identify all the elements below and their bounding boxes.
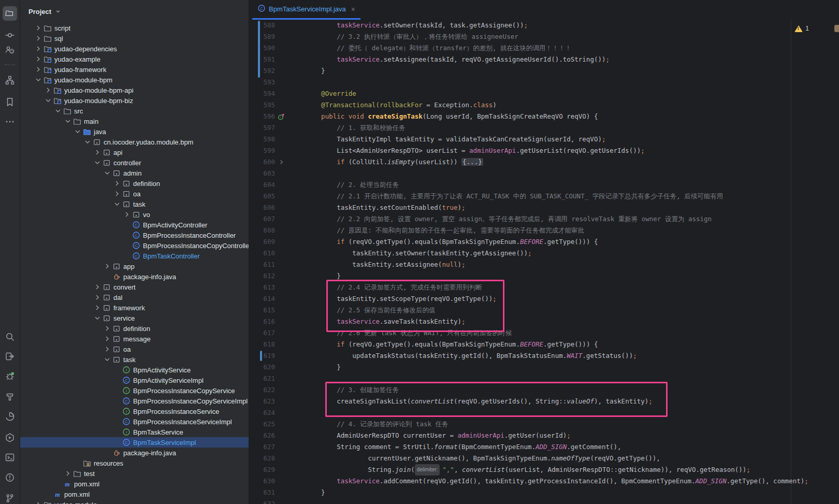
git-icon[interactable] <box>3 491 17 504</box>
chevron-right-icon[interactable] <box>34 24 42 32</box>
line-number[interactable]: 608 <box>249 225 275 236</box>
line-number[interactable]: 604 <box>249 179 275 191</box>
tree-item-script[interactable]: script <box>20 23 249 33</box>
code-line[interactable]: 620 } <box>249 362 839 373</box>
chevron-right-icon[interactable] <box>103 335 111 343</box>
chevron-right-icon[interactable] <box>34 34 42 42</box>
tree-item-bpmactivitycontroller[interactable]: CBpmActivityController <box>20 220 249 230</box>
tree-item-yudao-dependencies[interactable]: yudao-dependencies <box>20 44 249 54</box>
tree-item-admin[interactable]: admin <box>20 168 249 178</box>
line-number[interactable]: 611 <box>249 259 275 270</box>
tree-item-app[interactable]: app <box>20 261 249 271</box>
tree-item-yudao-module-[interactable]: yudao-module-… <box>20 499 249 504</box>
line-number[interactable]: 620 <box>249 362 275 373</box>
code-line[interactable]: 625 // 4. 记录加签的评论到 task 任务 <box>249 419 839 430</box>
tree-item-pom-xml[interactable]: mpom.xml <box>20 489 249 499</box>
chevron-right-icon[interactable] <box>103 324 111 333</box>
chevron-right-icon[interactable] <box>34 55 42 63</box>
code-line[interactable]: 596I public void createSignTask(Long use… <box>249 111 839 122</box>
line-number[interactable]: 594 <box>249 88 275 99</box>
fold-collapsed-icon[interactable] <box>275 156 287 168</box>
tree-item-oa[interactable]: oa <box>20 189 249 199</box>
chevron-right-icon[interactable] <box>63 469 72 478</box>
code-line[interactable]: 609 if (reqVO.getType().equals(BpmTaskSi… <box>249 236 839 248</box>
code-line[interactable]: 593 <box>249 77 839 88</box>
line-number[interactable]: 619 <box>249 350 275 362</box>
code-line[interactable]: 632 <box>249 498 839 504</box>
tree-item-src[interactable]: src <box>20 106 249 116</box>
tree-item-package-info-java[interactable]: package-info.java <box>20 448 249 458</box>
tree-item-message[interactable]: message <box>20 334 249 344</box>
code-with-me-icon[interactable]: ? <box>3 42 17 57</box>
tree-item-main[interactable]: main <box>20 116 249 126</box>
tree-item-framework[interactable]: framework <box>20 303 249 313</box>
code-line[interactable]: 624 <box>249 407 839 419</box>
code-line[interactable]: 591 taskService.setAssignee(taskId, reqV… <box>249 54 839 65</box>
profiler-icon[interactable] <box>3 409 17 424</box>
tree-item-yudao-example[interactable]: yudao-example <box>20 54 249 64</box>
code-line[interactable]: 614 taskEntity.setScopeType(reqVO.getTyp… <box>249 293 839 305</box>
line-number[interactable]: 596 <box>249 111 275 122</box>
code-line[interactable]: 588 taskService.setOwner(taskId, task.ge… <box>249 20 839 31</box>
chevron-down-icon[interactable] <box>53 107 62 115</box>
chevron-down-icon[interactable] <box>103 355 111 364</box>
line-number[interactable]: 588 <box>249 20 275 31</box>
tree-item-bpmprocessinstanceserviceimpl[interactable]: CBpmProcessInstanceServiceImpl <box>20 416 249 427</box>
code-line[interactable]: 605 // 2.1 开启计数功能, 主要用于为了让表 ACT_RU_TASK … <box>249 191 839 202</box>
code-line[interactable]: 613 // 2.4 记录加签方式, 完成任务时需要用到判断 <box>249 282 839 293</box>
line-number[interactable]: 610 <box>249 248 275 259</box>
editor-area[interactable]: C BpmTaskServiceImpl.java × 588 taskServ… <box>249 0 839 504</box>
project-folder-icon[interactable] <box>3 6 17 21</box>
line-number[interactable]: 598 <box>249 134 275 145</box>
line-number[interactable]: 600 <box>249 156 275 168</box>
tree-item-vo[interactable]: vo <box>20 209 249 220</box>
code-line[interactable]: 598 TaskEntityImpl taskEntity = validate… <box>249 134 839 145</box>
chevron-right-icon[interactable] <box>93 283 102 291</box>
line-number[interactable]: 589 <box>249 31 275 42</box>
line-number[interactable]: 628 <box>249 453 275 464</box>
code-line[interactable]: 622 // 3. 创建加签任务 <box>249 384 839 396</box>
tree-item-bpmtaskservice[interactable]: IBpmTaskService <box>20 427 249 437</box>
line-number[interactable]: 605 <box>249 191 275 202</box>
tree-item-package-info-java[interactable]: package-info.java <box>20 271 249 282</box>
tree-item-pom-xml[interactable]: mpom.xml <box>20 479 249 489</box>
line-number[interactable]: 629 <box>249 464 275 476</box>
code-line[interactable]: 611 taskEntity.setAssignee(null); <box>249 259 839 270</box>
chevron-right-icon[interactable] <box>93 148 102 156</box>
tree-item-bpmprocessinstancecopyserviceimpl[interactable]: CBpmProcessInstanceCopyServiceImpl <box>20 396 249 406</box>
line-number[interactable]: 625 <box>249 419 275 430</box>
chevron-right-icon[interactable] <box>34 500 42 504</box>
code-line[interactable]: 628 currentUser.getNickname(), BpmTaskSi… <box>249 453 839 464</box>
code-line[interactable]: 592 } <box>249 65 839 77</box>
line-number[interactable]: 609 <box>249 236 275 248</box>
tree-item-bpmprocessinstancecopyservice[interactable]: IBpmProcessInstanceCopyService <box>20 385 249 396</box>
tree-item-controller[interactable]: controller <box>20 157 249 168</box>
chevron-right-icon[interactable] <box>103 345 111 353</box>
line-number[interactable]: 612 <box>249 270 275 282</box>
line-number[interactable]: 592 <box>249 65 275 77</box>
more-icon[interactable] <box>3 114 17 129</box>
line-number[interactable]: 599 <box>249 145 275 156</box>
code-line[interactable]: 627 String comment = StrUtil.format(BpmC… <box>249 441 839 453</box>
chevron-down-icon[interactable] <box>44 96 52 105</box>
editor-tab-bpmtaskserviceimpl[interactable]: C BpmTaskServiceImpl.java × <box>252 0 360 20</box>
code-line[interactable]: 607 // 2.2 向前加签, 设置 owner, 置空 assign。等子任… <box>249 213 839 225</box>
code-line[interactable]: 610 taskEntity.setOwner(taskEntity.getAs… <box>249 248 839 259</box>
tree-item-service[interactable]: service <box>20 313 249 323</box>
chevron-right-icon[interactable] <box>93 293 102 301</box>
tree-item-cn-iocoder-yudao-module-bpm[interactable]: cn.iocoder.yudao.module.bpm <box>20 137 249 147</box>
build-icon[interactable] <box>3 390 17 404</box>
code-line[interactable]: 619 updateTaskStatus(taskEntity.getId(),… <box>249 350 839 362</box>
tree-item-convert[interactable]: convert <box>20 282 249 292</box>
tree-item-bpmtaskcontroller[interactable]: CBpmTaskController <box>20 251 249 261</box>
terminal-icon[interactable] <box>3 450 17 465</box>
line-number[interactable]: 622 <box>249 384 275 396</box>
code-line[interactable]: 618 if (reqVO.getType().equals(BpmTaskSi… <box>249 339 839 350</box>
chevron-down-icon[interactable] <box>112 200 121 208</box>
problems-icon[interactable] <box>3 470 17 485</box>
line-number[interactable]: 631 <box>249 487 275 498</box>
code-line[interactable]: 606 taskEntity.setCountEnabled(true); <box>249 202 839 213</box>
line-number[interactable]: 603 <box>249 168 275 179</box>
code-line[interactable]: 599 List<AdminUserRespDTO> userList = ad… <box>249 145 839 156</box>
line-number[interactable]: 614 <box>249 293 275 305</box>
